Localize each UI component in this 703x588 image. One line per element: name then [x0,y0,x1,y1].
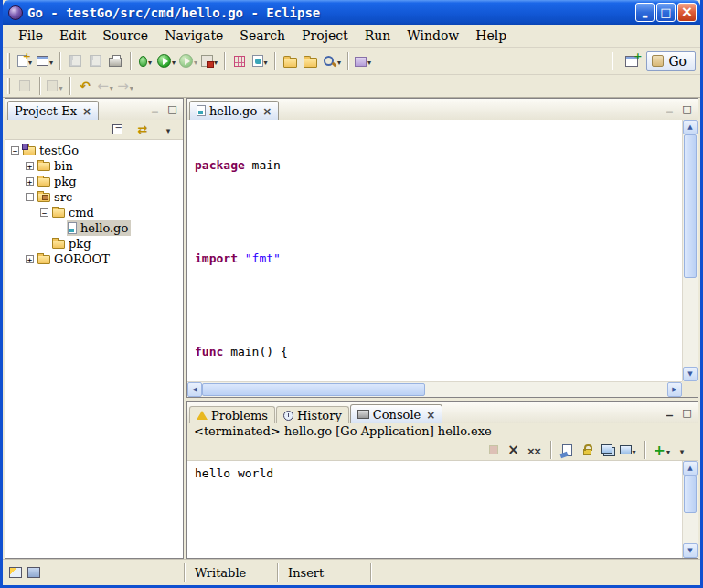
scroll-up-icon[interactable]: ▲ [683,120,698,134]
maximize-view-icon[interactable] [680,406,694,420]
close-icon[interactable] [262,104,272,118]
clear-console-button[interactable] [559,444,576,456]
debug-button[interactable] [135,50,155,72]
back-button[interactable] [95,75,115,97]
run-button[interactable] [155,50,177,72]
close-button[interactable] [677,3,697,22]
scroll-down-icon[interactable]: ▼ [683,367,698,381]
run-history-button[interactable] [177,50,199,72]
expand-expander-icon[interactable] [26,162,34,170]
scroll-lock-button[interactable] [580,444,596,455]
perspective-shortcut-button[interactable] [27,567,40,578]
pin-console-button[interactable] [600,444,616,456]
tab-console[interactable]: Console [350,404,443,423]
scrollbar-track[interactable] [683,134,698,367]
toolbar-grip[interactable] [7,78,10,94]
fast-view-button[interactable] [9,567,22,578]
titlebar[interactable]: Go - testGo/src/cmd/hello.go - Eclipse [3,0,700,25]
maximize-button[interactable] [656,3,676,22]
tree-item-goroot[interactable]: GOROOT [5,251,183,267]
close-icon[interactable] [82,104,91,118]
scroll-up-icon[interactable]: ▲ [683,461,698,476]
display-console-button[interactable] [620,444,636,457]
open-perspective-button[interactable] [622,50,642,72]
collapse-expander-icon[interactable] [40,208,48,217]
scrollbar-thumb[interactable] [684,134,697,278]
console-output[interactable]: hello world [187,461,682,558]
tab-project-explorer[interactable]: Project Ex [7,101,99,120]
maximize-view-icon[interactable] [165,102,179,116]
tree-item-src-pkg[interactable]: pkg [5,236,183,251]
new-window-button[interactable] [35,50,55,72]
close-icon[interactable] [426,408,435,422]
minimize-button[interactable] [635,3,655,22]
scrollbar-thumb[interactable] [202,383,425,396]
toolbar-grip[interactable] [7,53,10,69]
scrollbar-thumb[interactable] [684,476,697,513]
tree-item-src[interactable]: src [5,189,183,205]
link-with-editor-button[interactable] [133,119,153,141]
code-editor[interactable]: package main import "fmt" func main() { … [187,120,682,381]
menu-project[interactable]: Project [293,27,357,45]
open-folder-button[interactable] [280,50,300,72]
console-view-menu-button[interactable] [674,444,690,457]
next-annotation-button[interactable] [15,75,35,97]
open-resource-button[interactable] [300,50,320,72]
tree-item-pkg[interactable]: pkg [5,174,183,189]
editor-view: hello.go package main import "fmt" fu [186,98,698,398]
minimize-view-icon[interactable] [663,406,676,420]
remove-all-launches-button[interactable] [526,444,542,457]
project-tree[interactable]: testGo bin pkg src [5,140,183,558]
tab-history[interactable]: History [276,406,349,423]
minimize-view-icon[interactable] [663,102,676,116]
menu-edit[interactable]: Edit [51,27,94,45]
collapse-expander-icon[interactable] [26,193,34,201]
remove-launch-button[interactable] [506,442,522,458]
expand-expander-icon[interactable] [26,255,34,263]
external-tools-button[interactable] [199,50,219,72]
explorer-tab-label: Project Ex [15,104,77,118]
menu-search[interactable]: Search [231,27,293,45]
menu-window[interactable]: Window [399,27,467,45]
tree-item-testgo[interactable]: testGo [5,143,183,158]
menu-run[interactable]: Run [357,27,399,45]
tree-item-cmd[interactable]: cmd [5,205,183,220]
tree-item-bin[interactable]: bin [5,158,183,174]
open-console-button[interactable] [654,442,670,459]
scrollbar-track[interactable] [683,476,698,543]
console-vertical-scrollbar[interactable]: ▲ ▼ [682,461,698,558]
menu-navigate[interactable]: Navigate [156,27,231,45]
editor-vertical-scrollbar[interactable]: ▲ ▼ [682,120,698,381]
scroll-down-icon[interactable]: ▼ [683,543,698,558]
view-menu-button[interactable] [158,119,178,141]
tab-problems[interactable]: Problems [189,406,275,423]
team-button[interactable] [353,50,373,72]
go-perspective-button[interactable]: Go [646,51,696,71]
tab-hello-go[interactable]: hello.go [189,101,279,120]
print-button[interactable] [105,50,125,72]
menu-source[interactable]: Source [94,27,156,45]
collapse-expander-icon[interactable] [11,146,19,155]
minimize-view-icon[interactable] [148,102,162,116]
scrollbar-track[interactable] [202,382,667,397]
tree-item-hello-go[interactable]: hello.go [5,220,183,236]
save-all-button[interactable] [85,50,105,72]
new-wizard-button[interactable] [15,50,35,72]
search-button[interactable] [320,50,343,72]
forward-button[interactable] [115,75,135,97]
collapse-all-button[interactable] [107,119,127,141]
menu-help[interactable]: Help [467,27,515,45]
save-button[interactable] [65,50,85,72]
new-go-element-button[interactable] [229,50,250,72]
expand-expander-icon[interactable] [26,177,34,186]
scroll-right-icon[interactable]: ▶ [667,382,682,397]
previous-annotation-button[interactable] [45,75,65,97]
last-edit-location-button[interactable] [75,75,95,97]
scroll-left-icon[interactable]: ◀ [187,382,202,397]
menu-file[interactable]: File [10,27,51,45]
folder-icon [37,177,50,187]
terminate-button[interactable] [485,445,502,454]
go-application-button[interactable] [250,50,270,72]
maximize-view-icon[interactable] [680,102,694,116]
editor-horizontal-scrollbar[interactable]: ◀ ▶ [187,381,682,397]
